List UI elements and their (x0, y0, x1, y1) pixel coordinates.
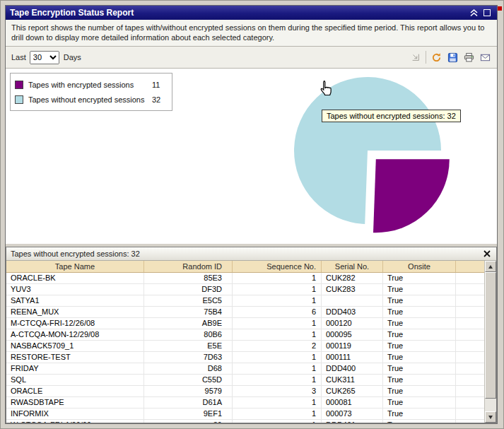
table-cell: True (383, 295, 456, 307)
save-icon[interactable] (446, 51, 459, 64)
table-cell: 000073 (322, 409, 383, 420)
period-select[interactable]: 30 (30, 51, 59, 64)
pie-slice[interactable] (373, 159, 450, 233)
detach-icon[interactable] (409, 51, 422, 64)
table-cell: D68 (144, 363, 233, 375)
table-cell: 1 (233, 329, 322, 341)
table-cell: REENA_MUX (6, 307, 144, 318)
table-cell: 000081 (322, 397, 383, 409)
chart-tooltip: Tapes without encrypted sessions: 32 (322, 110, 461, 122)
table-cell: True (383, 397, 456, 409)
table-cell: 6 (233, 307, 322, 318)
titlebar: Tape Encryption Status Report (6, 6, 497, 20)
table-row[interactable]: M-CTCQA-FRI-12/26/08AB9E1000120True (6, 318, 496, 329)
table-cell: True (383, 409, 456, 420)
collapse-icon[interactable] (468, 7, 479, 18)
table-cell: 39 (144, 420, 233, 423)
outer-frame: Tape Encryption Status Report This repor… (0, 0, 504, 429)
table-cell: True (383, 318, 456, 329)
table-row[interactable]: NASBACK5709_1E5E2000119True (6, 341, 496, 352)
table-cell: 7D63 (144, 352, 233, 363)
column-header-random-id[interactable]: Random ID (144, 261, 233, 273)
table-cell: 1 (233, 420, 322, 423)
table-cell: 85E3 (144, 273, 233, 284)
report-window: Tape Encryption Status Report This repor… (5, 5, 498, 424)
table-cell: AB9E (144, 318, 233, 329)
table-cell: CUK265 (322, 386, 383, 397)
table-cell: FRIDAY (6, 363, 144, 375)
table-cell: ORACLE (6, 386, 144, 397)
table-cell: 000119 (322, 341, 383, 352)
table-row[interactable]: INFORMIX9EF11000073True (6, 409, 496, 420)
table-cell: True (383, 363, 456, 375)
vertical-scrollbar[interactable] (484, 261, 496, 423)
table-row[interactable]: YUV3DF3D1CUK283True (6, 284, 496, 295)
page-title: Tape Encryption Status Report (10, 8, 134, 18)
table-cell: DDD401 (322, 420, 383, 423)
scrollbar-thumb[interactable] (485, 272, 496, 399)
table-cell: 1 (233, 397, 322, 409)
table-row[interactable]: REENA_MUX75B46DDD403True (6, 307, 496, 318)
table-cell: 000095 (322, 329, 383, 341)
table-cell: 1 (233, 409, 322, 420)
detail-panel-header: Tapes without encrypted sessions: 32 (6, 247, 496, 261)
column-header-sequence-no[interactable]: Sequence No. (233, 261, 322, 273)
legend-value: 11 (152, 81, 168, 89)
table-cell: 1 (233, 352, 322, 363)
table-cell: W-CTCQA-FRI-1/09/09 (6, 420, 144, 423)
table-row[interactable]: ORACLE-BK85E31CUK282True (6, 273, 496, 284)
email-icon[interactable] (479, 51, 491, 64)
table-row[interactable]: FRIDAYD681DDD400True (6, 363, 496, 375)
table-cell: YUV3 (6, 284, 144, 295)
detail-table: Tape Name Random ID Sequence No. Serial … (6, 261, 496, 423)
table-row[interactable]: W-CTCQA-FRI-1/09/09391DDD401True (6, 420, 496, 423)
close-icon[interactable] (482, 249, 492, 259)
table-cell: True (383, 420, 456, 423)
column-header-onsite[interactable]: Onsite (383, 261, 456, 273)
table-cell: D61A (144, 397, 233, 409)
table-row[interactable]: SQLC55D1CUK311True (6, 375, 496, 386)
legend-item-unencrypted[interactable]: Tapes without encrypted sessions 32 (15, 92, 168, 107)
table-row[interactable]: RESTORE-TEST7D631000111True (6, 352, 496, 363)
column-header-serial-no[interactable]: Serial No. (322, 261, 383, 273)
table-cell: 1 (233, 295, 322, 307)
column-header-tape-name[interactable]: Tape Name (6, 261, 144, 273)
table-cell: 80B6 (144, 329, 233, 341)
table-cell: 2 (233, 341, 322, 352)
scroll-down-button[interactable] (485, 411, 496, 423)
last-label: Last (11, 53, 26, 61)
table-cell: 9EF1 (144, 409, 233, 420)
table-row[interactable]: RWASDBTAPED61A1000081True (6, 397, 496, 409)
detail-table-body: ORACLE-BK85E31CUK282TrueYUV3DF3D1CUK283T… (6, 273, 496, 423)
refresh-icon[interactable] (430, 51, 443, 64)
table-cell: E5E (144, 341, 233, 352)
chart-area: Tapes with encrypted sessions 11 Tapes w… (6, 69, 497, 244)
table-cell: NASBACK5709_1 (6, 341, 144, 352)
table-cell: DDD400 (322, 363, 383, 375)
table-cell: 000120 (322, 318, 383, 329)
table-cell: 1 (233, 363, 322, 375)
table-cell: 000111 (322, 352, 383, 363)
table-cell (322, 295, 383, 307)
report-description: This report shows the number of tapes wi… (6, 20, 497, 47)
detail-panel-title: Tapes without encrypted sessions: 32 (11, 249, 140, 258)
table-row[interactable]: A-CTCQA-MON-12/29/0880B61000095True (6, 329, 496, 341)
toolbar: Last 30 Days (6, 47, 497, 69)
print-icon[interactable] (462, 51, 475, 64)
table-cell: 1 (233, 273, 322, 284)
table-cell: True (383, 352, 456, 363)
maximize-icon[interactable] (481, 7, 493, 18)
table-row[interactable]: ORACLE95793CUK265True (6, 386, 496, 397)
table-cell: True (383, 284, 456, 295)
table-cell: 3 (233, 386, 322, 397)
table-cell: SATYA1 (6, 295, 144, 307)
legend-swatch-encrypted (15, 81, 23, 89)
table-cell: M-CTCQA-FRI-12/26/08 (6, 318, 144, 329)
legend-item-encrypted[interactable]: Tapes with encrypted sessions 11 (15, 77, 168, 92)
table-cell: True (383, 329, 456, 341)
scroll-up-button[interactable] (485, 261, 496, 272)
table-cell: RESTORE-TEST (6, 352, 144, 363)
toolbar-actions (430, 51, 491, 64)
toolbar-separator (426, 51, 426, 64)
table-row[interactable]: SATYA1E5C51True (6, 295, 496, 307)
